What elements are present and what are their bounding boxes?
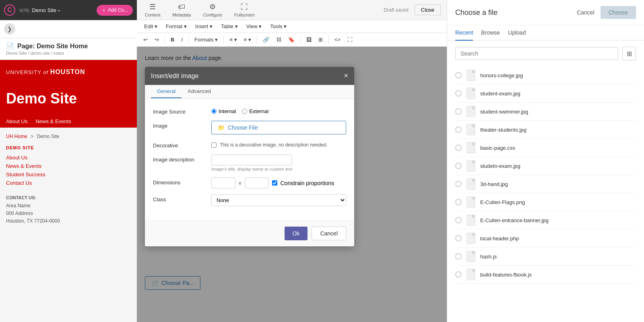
tab-metadata[interactable]: 🏷 Metadata [171, 0, 193, 21]
unlink-button[interactable]: ⛓ [274, 35, 284, 44]
constrain-label: Constrain proportions [281, 180, 334, 186]
toolbar-separator-6 [328, 36, 329, 44]
link-button[interactable]: 🔗 [260, 35, 272, 44]
sidebar-link-student[interactable]: Student Success [6, 170, 131, 179]
file-icon-10 [466, 233, 475, 244]
sidebar-link-about[interactable]: About Us [6, 153, 131, 162]
file-radio-2[interactable] [455, 90, 462, 97]
right-tab-upload[interactable]: Upload [508, 25, 526, 41]
file-name-3[interactable]: student-swimmer.jpg [480, 109, 528, 115]
choose-file-button[interactable]: 📁 Choose File [211, 121, 346, 134]
grid-view-button[interactable]: ⊞ [622, 47, 636, 60]
file-radio-3[interactable] [455, 108, 462, 115]
site-nav: About Us News & Events [0, 115, 137, 128]
dialog-close-button[interactable]: × [344, 72, 348, 80]
add-content-button[interactable]: ＋ Add Co... [97, 5, 133, 16]
width-input[interactable] [211, 178, 235, 188]
table-button[interactable]: ⊞ [316, 35, 325, 44]
nav-item-news[interactable]: News & Events [35, 115, 71, 128]
file-name-2[interactable]: student-exam.jpg [480, 91, 520, 97]
right-tab-browse[interactable]: Browse [481, 25, 500, 41]
nav-toggle-button[interactable]: ❯ [4, 23, 15, 35]
file-search-input[interactable] [455, 47, 618, 60]
sidebar-link-contact[interactable]: Contact Us [6, 179, 131, 187]
file-item-6: studetn-exam.jpg [455, 157, 636, 175]
image-desc-label: Image description [153, 155, 205, 163]
menu-table[interactable]: Table ▾ [218, 22, 241, 31]
menu-view[interactable]: View ▾ [243, 22, 265, 31]
image-desc-input[interactable] [211, 155, 292, 165]
file-name-4[interactable]: theater-students.jpg [480, 127, 526, 133]
nav-item-about[interactable]: About Us [6, 115, 27, 128]
unordered-list-button[interactable]: ≡ ▾ [227, 35, 239, 44]
add-content-label: Add Co... [108, 7, 128, 13]
tab-content[interactable]: ☰ Content [143, 0, 163, 21]
file-name-8[interactable]: E-Cullen-Flags.png [480, 199, 525, 205]
height-input[interactable] [245, 178, 269, 188]
file-name-10[interactable]: local-header.php [480, 235, 519, 242]
file-radio-6[interactable] [455, 163, 462, 169]
radio-internal-input[interactable] [211, 109, 217, 114]
file-radio-12[interactable] [455, 271, 462, 278]
file-name-11[interactable]: hash.js [480, 254, 497, 260]
dimensions-x-separator: x [239, 180, 242, 186]
file-radio-11[interactable] [455, 253, 462, 260]
undo-button[interactable]: ↩ [141, 35, 150, 44]
menu-format[interactable]: Format ▾ [163, 22, 190, 31]
constrain-checkbox[interactable] [272, 180, 277, 186]
tab-fullscreen[interactable]: ⛶ Fullscreen [232, 0, 257, 21]
tab-configure[interactable]: ⚙ Configure [201, 0, 224, 21]
menu-edit[interactable]: Edit ▾ [141, 22, 161, 31]
tab-metadata-label: Metadata [173, 12, 191, 17]
decorative-checkbox[interactable] [211, 142, 217, 148]
ok-button[interactable]: Ok [285, 227, 308, 240]
file-radio-1[interactable] [455, 72, 462, 78]
file-item-7: 3d-hand.jpg [455, 175, 636, 193]
page-icon: 📄 [6, 42, 14, 50]
decorative-row: Decorative This is a decorative image, n… [153, 140, 346, 149]
cms-logo-icon: C [4, 4, 15, 16]
dialog-cancel-button[interactable]: Cancel [312, 227, 346, 240]
sidebar-link-news[interactable]: News & Events [6, 162, 131, 170]
file-radio-4[interactable] [455, 126, 462, 133]
redo-button[interactable]: ↪ [152, 35, 161, 44]
ordered-list-button[interactable]: ≡ ▾ [242, 35, 254, 44]
radio-internal-label: Internal [219, 108, 236, 114]
close-editor-button[interactable]: Close [415, 4, 441, 15]
image-button[interactable]: 🖼 [304, 35, 314, 44]
uh-banner: UNIVERSITY of HOUSTON [0, 60, 137, 84]
dialog-tab-general[interactable]: General [151, 85, 182, 98]
file-name-9[interactable]: E-Cullen-entrance-banner.jpg [480, 217, 549, 223]
dialog-tab-advanced[interactable]: Advanced [182, 85, 217, 98]
bookmark-button[interactable]: 🔖 [286, 35, 297, 44]
bold-button[interactable]: B [168, 35, 177, 44]
radio-external-input[interactable] [242, 109, 247, 114]
file-radio-7[interactable] [455, 181, 462, 187]
menu-insert[interactable]: Insert ▾ [192, 22, 216, 31]
radio-external[interactable]: External [242, 108, 268, 114]
code-button[interactable]: <> [332, 35, 343, 44]
right-tab-recent[interactable]: Recent [455, 25, 473, 41]
contact-info: Area Name000 AddressHouston, TX 77204-00… [6, 202, 131, 225]
file-name-7[interactable]: 3d-hand.jpg [480, 181, 508, 187]
formats-button[interactable]: Formats ▾ [192, 35, 220, 44]
radio-internal[interactable]: Internal [211, 108, 236, 114]
fullscreen-toggle-button[interactable]: ⛶ [345, 35, 355, 44]
class-select[interactable]: None [211, 194, 346, 206]
file-name-12[interactable]: build-features-fbook.js [480, 272, 532, 278]
editor-topbar-right: Draft saved Close [384, 4, 441, 15]
file-radio-8[interactable] [455, 199, 462, 205]
file-radio-9[interactable] [455, 217, 462, 223]
breadcrumb-home[interactable]: UH Home [6, 134, 27, 139]
menu-tools[interactable]: Tools ▾ [267, 22, 290, 31]
file-radio-10[interactable] [455, 235, 462, 242]
right-choose-button[interactable]: Choose [601, 6, 636, 19]
file-name-1[interactable]: honors-college.jpg [480, 72, 523, 78]
file-radio-5[interactable] [455, 144, 462, 151]
file-name-5[interactable]: basic-page.css [480, 145, 515, 151]
fullscreen-icon: ⛶ [241, 3, 248, 11]
right-cancel-button[interactable]: Cancel [577, 9, 594, 16]
italic-button[interactable]: I [179, 35, 185, 44]
toolbar-separator-1 [165, 36, 165, 44]
file-name-6[interactable]: studetn-exam.jpg [480, 163, 520, 169]
